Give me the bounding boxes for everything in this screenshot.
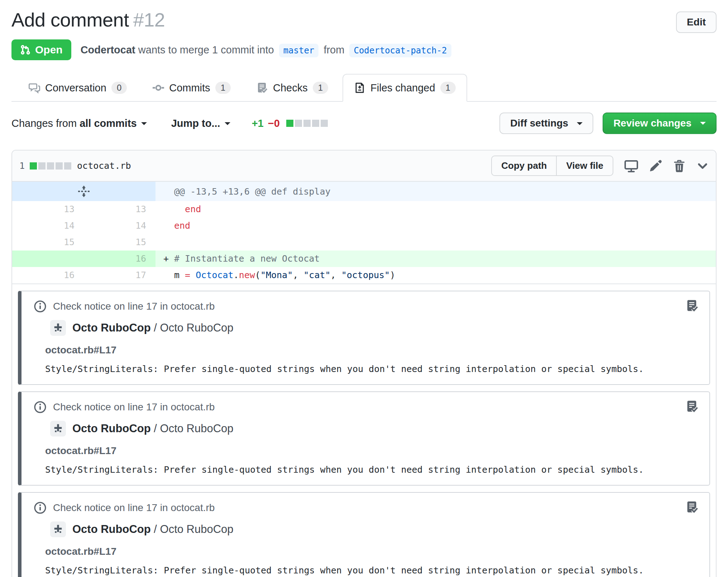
status-badge-label: Open xyxy=(35,44,63,56)
new-line-number[interactable]: 16 xyxy=(84,251,155,267)
diff-settings-button[interactable]: Diff settings xyxy=(499,113,593,134)
comment-discussion-icon xyxy=(29,82,40,94)
display-rich-diff-icon[interactable] xyxy=(624,159,638,173)
check-annotation-header: Check notice on line 17 in octocat.rb xyxy=(34,401,697,414)
tab-commits[interactable]: Commits 1 xyxy=(141,74,242,102)
git-commit-icon xyxy=(153,82,164,94)
check-app-separator: / xyxy=(151,523,160,535)
base-branch-label[interactable]: master xyxy=(279,44,319,57)
tab-label: Commits xyxy=(169,82,210,94)
tab-conversation[interactable]: Conversation 0 xyxy=(17,74,138,102)
diff-marker xyxy=(163,267,174,283)
diffstat-blocks xyxy=(285,120,328,127)
new-line-number[interactable]: 13 xyxy=(84,201,155,218)
code-line: m = Octocat.new("Mona", "cat", "octopus"… xyxy=(155,267,716,283)
check-app-row: Octo RuboCop / Octo RuboCop xyxy=(50,320,697,336)
file-change-count: 1 xyxy=(19,161,25,171)
edit-file-icon[interactable] xyxy=(649,159,662,172)
pr-tab-nav: Conversation 0 Commits 1 Checks 1 xyxy=(11,74,717,102)
diff-marker xyxy=(163,218,174,234)
check-app-row: Octo RuboCop / Octo RuboCop xyxy=(50,521,697,537)
tab-counter: 1 xyxy=(313,82,328,94)
octo-rubocop-avatar xyxy=(50,521,66,537)
check-app-separator: / xyxy=(151,422,160,435)
octo-rubocop-avatar xyxy=(50,320,66,336)
old-line-number[interactable]: 14 xyxy=(12,218,84,234)
tab-checks[interactable]: Checks 1 xyxy=(245,74,340,102)
old-line-number[interactable]: 15 xyxy=(12,234,84,251)
file-name-link[interactable]: octocat.rb xyxy=(77,161,131,171)
jump-to-dropdown[interactable]: Jump to... xyxy=(168,118,230,129)
check-app-link[interactable]: Octo RuboCop xyxy=(72,321,151,334)
check-message: Style/StringLiterals: Prefer single-quot… xyxy=(45,565,697,576)
expand-hunk-button[interactable] xyxy=(12,182,155,201)
caret-down-icon xyxy=(141,122,147,128)
author-link[interactable]: Codertocat xyxy=(81,44,135,56)
tab-files-changed[interactable]: Files changed 1 xyxy=(343,74,467,102)
check-app-separator: / xyxy=(151,321,160,334)
old-line-number[interactable]: 16 xyxy=(12,267,84,283)
old-line-number[interactable] xyxy=(12,251,84,267)
review-changes-button[interactable]: Review changes xyxy=(603,113,717,134)
new-line-number[interactable]: 17 xyxy=(84,267,155,283)
checklist-icon xyxy=(257,82,268,94)
info-icon xyxy=(34,401,47,414)
changes-from-value: all commits xyxy=(80,118,137,129)
tab-counter: 0 xyxy=(111,82,127,94)
diff-line-row: 13 13 end xyxy=(12,201,716,218)
new-line-number[interactable]: 14 xyxy=(84,218,155,234)
old-line-number[interactable]: 13 xyxy=(12,201,84,218)
code-content: # Instantiate a new Octocat xyxy=(174,253,320,264)
merge-summary-text: wants to merge 1 commit into xyxy=(135,44,277,56)
check-run-name: Octo RuboCop xyxy=(160,321,234,334)
checks-icon[interactable] xyxy=(686,299,699,312)
status-badge: Open xyxy=(11,39,71,60)
diff-marker xyxy=(163,201,174,218)
merge-summary: Codertocat wants to merge 1 commit into … xyxy=(81,44,454,56)
new-line-number[interactable]: 15 xyxy=(84,234,155,251)
caret-down-icon xyxy=(700,122,706,128)
tab-counter: 1 xyxy=(440,82,456,94)
file-diffstat: 1 xyxy=(19,161,71,171)
unfold-icon xyxy=(78,185,90,197)
check-run-name: Octo RuboCop xyxy=(160,422,234,435)
file-diffstat-blocks xyxy=(28,162,71,170)
pr-title-text: Add comment xyxy=(11,9,129,30)
checks-icon[interactable] xyxy=(686,501,699,514)
code-content: end xyxy=(174,204,201,214)
checks-icon[interactable] xyxy=(686,400,699,413)
check-annotation-title: Check notice on line 17 in octocat.rb xyxy=(53,301,215,312)
check-location: octocat.rb#L17 xyxy=(45,445,697,457)
chevron-down-icon[interactable] xyxy=(696,160,709,172)
tab-label: Files changed xyxy=(370,82,435,94)
check-message: Style/StringLiterals: Prefer single-quot… xyxy=(45,364,697,374)
code-content: m = Octocat.new("Mona", "cat", "octopus"… xyxy=(174,270,395,280)
code-content: end xyxy=(174,220,190,231)
deletions-count: −0 xyxy=(268,118,280,129)
code-line: end xyxy=(155,218,716,234)
check-app-link[interactable]: Octo RuboCop xyxy=(72,523,151,535)
tab-label: Checks xyxy=(273,82,308,94)
hunk-header-row: @@ -13,5 +13,6 @@ def display xyxy=(12,182,716,201)
diff-marker: + xyxy=(163,251,174,267)
file-header-buttons: Copy path View file xyxy=(491,156,613,176)
merge-summary-from: from xyxy=(321,44,347,56)
copy-path-button[interactable]: Copy path xyxy=(491,156,557,176)
edit-button[interactable]: Edit xyxy=(676,11,717,33)
check-annotation-header: Check notice on line 17 in octocat.rb xyxy=(34,501,697,514)
changes-from-dropdown[interactable]: Changes from all commits xyxy=(11,118,147,129)
delete-file-icon[interactable] xyxy=(673,159,686,172)
view-file-button[interactable]: View file xyxy=(556,156,613,176)
check-location: octocat.rb#L17 xyxy=(45,546,697,557)
annotations: Check notice on line 17 in octocat.rb O xyxy=(12,283,716,577)
diff-toolbar: Changes from all commits Jump to... +1 −… xyxy=(11,113,717,134)
git-pull-request-icon xyxy=(20,44,31,55)
head-branch-label[interactable]: Codertocat-patch-2 xyxy=(349,44,451,57)
info-icon xyxy=(34,300,47,313)
check-run-name: Octo RuboCop xyxy=(160,523,234,535)
file-header: 1 octocat.rb Copy path View file xyxy=(12,151,716,182)
page-title: Add comment#12 xyxy=(11,8,165,32)
diff-line-row: 16 +# Instantiate a new Octocat xyxy=(12,251,716,267)
tab-label: Conversation xyxy=(45,82,106,94)
check-app-link[interactable]: Octo RuboCop xyxy=(72,422,151,435)
